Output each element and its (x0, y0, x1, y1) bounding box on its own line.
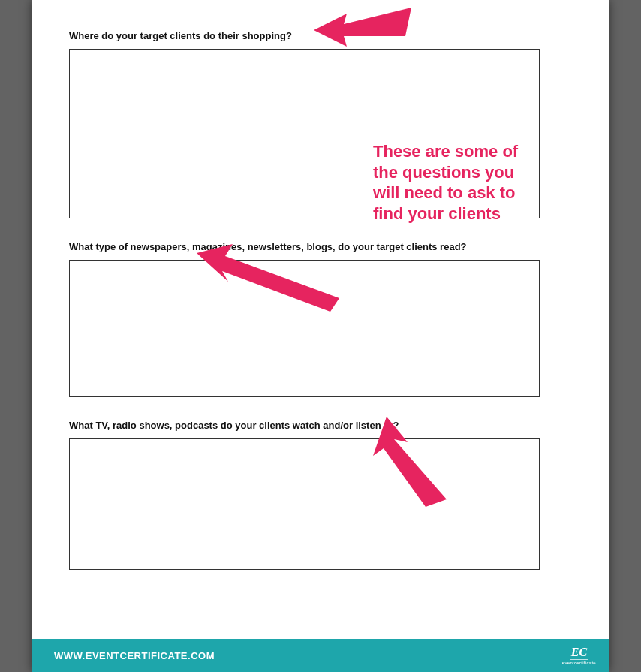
answer-box[interactable] (69, 438, 540, 570)
question-block-1: Where do your target clients do their sh… (69, 30, 572, 218)
question-block-2: What type of newspapers, magazines, news… (69, 241, 572, 397)
footer-logo-main: EC (570, 646, 588, 660)
footer-logo: EC eventcertificate (562, 646, 596, 665)
page-content: Where do your target clients do their sh… (32, 0, 609, 639)
question-label: What TV, radio shows, podcasts do your c… (69, 420, 572, 431)
question-label: What type of newspapers, magazines, news… (69, 241, 572, 252)
answer-box[interactable] (69, 260, 540, 397)
document-page: Where do your target clients do their sh… (32, 0, 609, 672)
page-footer: WWW.EVENTCERTIFICATE.COM EC eventcertifi… (32, 639, 609, 672)
footer-logo-sub: eventcertificate (562, 661, 596, 665)
question-block-3: What TV, radio shows, podcasts do your c… (69, 420, 572, 570)
answer-box[interactable] (69, 49, 540, 218)
question-label: Where do your target clients do their sh… (69, 30, 572, 41)
footer-url: WWW.EVENTCERTIFICATE.COM (54, 650, 215, 661)
